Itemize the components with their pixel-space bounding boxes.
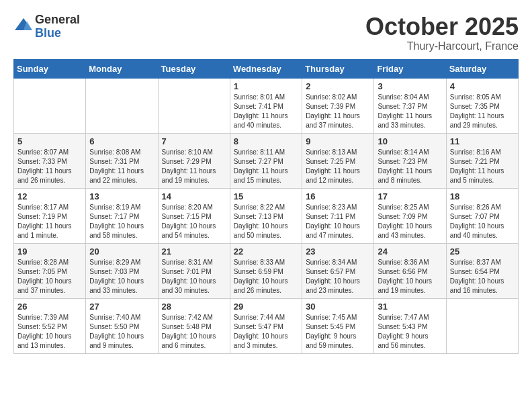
day-number: 18	[450, 191, 515, 201]
day-info: Sunrise: 7:39 AM Sunset: 5:52 PM Dayligh…	[17, 313, 82, 351]
day-number: 26	[17, 302, 82, 312]
calendar-table: SundayMondayTuesdayWednesdayThursdayFrid…	[13, 59, 519, 354]
day-number: 10	[378, 136, 442, 146]
calendar-day-cell: 24Sunrise: 8:36 AM Sunset: 6:56 PM Dayli…	[374, 243, 446, 298]
day-info: Sunrise: 7:40 AM Sunset: 5:50 PM Dayligh…	[89, 313, 154, 351]
calendar-day-cell: 20Sunrise: 8:29 AM Sunset: 7:03 PM Dayli…	[86, 243, 158, 298]
column-header-monday: Monday	[86, 59, 158, 78]
day-info: Sunrise: 8:29 AM Sunset: 7:03 PM Dayligh…	[89, 258, 154, 295]
day-info: Sunrise: 8:36 AM Sunset: 6:56 PM Dayligh…	[378, 258, 442, 295]
calendar-day-cell: 15Sunrise: 8:22 AM Sunset: 7:13 PM Dayli…	[230, 188, 302, 243]
day-info: Sunrise: 8:28 AM Sunset: 7:05 PM Dayligh…	[17, 258, 82, 295]
day-number: 13	[89, 191, 154, 201]
day-number: 23	[306, 246, 370, 257]
calendar-day-cell: 19Sunrise: 8:28 AM Sunset: 7:05 PM Dayli…	[14, 243, 86, 298]
title-block: October 2025 Thury-Harcourt, France	[365, 13, 519, 52]
calendar-day-cell: 16Sunrise: 8:23 AM Sunset: 7:11 PM Dayli…	[302, 188, 374, 243]
day-number: 29	[234, 302, 298, 312]
page-header: General Blue October 2025 Thury-Harcourt…	[13, 13, 519, 52]
day-number: 8	[234, 136, 298, 146]
day-info: Sunrise: 7:42 AM Sunset: 5:48 PM Dayligh…	[162, 313, 226, 351]
day-info: Sunrise: 8:37 AM Sunset: 6:54 PM Dayligh…	[450, 258, 515, 295]
location-title: Thury-Harcourt, France	[365, 40, 519, 52]
day-info: Sunrise: 8:10 AM Sunset: 7:29 PM Dayligh…	[162, 148, 226, 185]
calendar-day-cell: 14Sunrise: 8:20 AM Sunset: 7:15 PM Dayli…	[158, 188, 230, 243]
calendar-day-cell: 25Sunrise: 8:37 AM Sunset: 6:54 PM Dayli…	[446, 243, 518, 298]
day-info: Sunrise: 8:14 AM Sunset: 7:23 PM Dayligh…	[378, 148, 442, 185]
day-info: Sunrise: 8:34 AM Sunset: 6:57 PM Dayligh…	[306, 258, 370, 295]
day-number: 20	[89, 246, 154, 257]
day-info: Sunrise: 8:23 AM Sunset: 7:11 PM Dayligh…	[306, 203, 370, 240]
day-info: Sunrise: 7:44 AM Sunset: 5:47 PM Dayligh…	[234, 313, 298, 351]
day-info: Sunrise: 8:20 AM Sunset: 7:15 PM Dayligh…	[162, 203, 226, 240]
day-number: 16	[306, 191, 370, 201]
calendar-day-cell: 1Sunrise: 8:01 AM Sunset: 7:41 PM Daylig…	[230, 78, 302, 133]
day-number: 21	[162, 246, 226, 257]
day-number: 27	[89, 302, 154, 312]
day-info: Sunrise: 8:31 AM Sunset: 7:01 PM Dayligh…	[162, 258, 226, 295]
empty-cell	[158, 78, 230, 133]
logo-blue: Blue	[35, 27, 80, 40]
day-info: Sunrise: 8:01 AM Sunset: 7:41 PM Dayligh…	[234, 93, 298, 130]
day-number: 7	[162, 136, 226, 146]
calendar-day-cell: 11Sunrise: 8:16 AM Sunset: 7:21 PM Dayli…	[446, 133, 518, 188]
column-header-saturday: Saturday	[446, 59, 518, 78]
day-number: 22	[234, 246, 298, 257]
day-info: Sunrise: 7:47 AM Sunset: 5:43 PM Dayligh…	[378, 313, 442, 351]
day-number: 9	[306, 136, 370, 146]
calendar-day-cell: 31Sunrise: 7:47 AM Sunset: 5:43 PM Dayli…	[374, 298, 446, 353]
day-number: 5	[17, 136, 82, 146]
calendar-day-cell: 23Sunrise: 8:34 AM Sunset: 6:57 PM Dayli…	[302, 243, 374, 298]
day-info: Sunrise: 8:16 AM Sunset: 7:21 PM Dayligh…	[450, 148, 515, 185]
day-info: Sunrise: 8:07 AM Sunset: 7:33 PM Dayligh…	[17, 148, 82, 185]
day-info: Sunrise: 8:08 AM Sunset: 7:31 PM Dayligh…	[89, 148, 154, 185]
day-info: Sunrise: 7:45 AM Sunset: 5:45 PM Dayligh…	[306, 313, 370, 351]
logo: General Blue	[13, 13, 80, 40]
calendar-day-cell: 9Sunrise: 8:13 AM Sunset: 7:25 PM Daylig…	[302, 133, 374, 188]
day-number: 15	[234, 191, 298, 201]
calendar-day-cell: 21Sunrise: 8:31 AM Sunset: 7:01 PM Dayli…	[158, 243, 230, 298]
calendar-day-cell: 10Sunrise: 8:14 AM Sunset: 7:23 PM Dayli…	[374, 133, 446, 188]
calendar-day-cell: 5Sunrise: 8:07 AM Sunset: 7:33 PM Daylig…	[14, 133, 86, 188]
day-info: Sunrise: 8:25 AM Sunset: 7:09 PM Dayligh…	[378, 203, 442, 240]
calendar-week-row: 26Sunrise: 7:39 AM Sunset: 5:52 PM Dayli…	[14, 298, 519, 353]
calendar-week-row: 5Sunrise: 8:07 AM Sunset: 7:33 PM Daylig…	[14, 133, 519, 188]
day-info: Sunrise: 8:22 AM Sunset: 7:13 PM Dayligh…	[234, 203, 298, 240]
day-info: Sunrise: 8:02 AM Sunset: 7:39 PM Dayligh…	[306, 93, 370, 130]
calendar-day-cell: 27Sunrise: 7:40 AM Sunset: 5:50 PM Dayli…	[86, 298, 158, 353]
column-header-wednesday: Wednesday	[230, 59, 302, 78]
month-title: October 2025	[365, 13, 519, 40]
day-number: 19	[17, 246, 82, 257]
day-number: 1	[234, 81, 298, 91]
day-number: 17	[378, 191, 442, 201]
calendar-day-cell: 17Sunrise: 8:25 AM Sunset: 7:09 PM Dayli…	[374, 188, 446, 243]
day-info: Sunrise: 8:11 AM Sunset: 7:27 PM Dayligh…	[234, 148, 298, 185]
day-info: Sunrise: 8:04 AM Sunset: 7:37 PM Dayligh…	[378, 93, 442, 130]
day-info: Sunrise: 8:33 AM Sunset: 6:59 PM Dayligh…	[234, 258, 298, 295]
calendar-week-row: 19Sunrise: 8:28 AM Sunset: 7:05 PM Dayli…	[14, 243, 519, 298]
day-number: 31	[378, 302, 442, 312]
calendar-week-row: 12Sunrise: 8:17 AM Sunset: 7:19 PM Dayli…	[14, 188, 519, 243]
calendar-day-cell: 22Sunrise: 8:33 AM Sunset: 6:59 PM Dayli…	[230, 243, 302, 298]
calendar-day-cell: 7Sunrise: 8:10 AM Sunset: 7:29 PM Daylig…	[158, 133, 230, 188]
calendar-day-cell: 28Sunrise: 7:42 AM Sunset: 5:48 PM Dayli…	[158, 298, 230, 353]
empty-cell	[446, 298, 518, 353]
calendar-day-cell: 18Sunrise: 8:26 AM Sunset: 7:07 PM Dayli…	[446, 188, 518, 243]
day-info: Sunrise: 8:13 AM Sunset: 7:25 PM Dayligh…	[306, 148, 370, 185]
day-number: 11	[450, 136, 515, 146]
logo-icon	[13, 17, 34, 37]
column-header-sunday: Sunday	[14, 59, 86, 78]
empty-cell	[86, 78, 158, 133]
logo-general: General	[35, 13, 80, 27]
day-number: 25	[450, 246, 515, 257]
day-number: 6	[89, 136, 154, 146]
calendar-day-cell: 4Sunrise: 8:05 AM Sunset: 7:35 PM Daylig…	[446, 78, 518, 133]
calendar-day-cell: 29Sunrise: 7:44 AM Sunset: 5:47 PM Dayli…	[230, 298, 302, 353]
day-number: 3	[378, 81, 442, 91]
calendar-day-cell: 8Sunrise: 8:11 AM Sunset: 7:27 PM Daylig…	[230, 133, 302, 188]
day-number: 30	[306, 302, 370, 312]
calendar-day-cell: 6Sunrise: 8:08 AM Sunset: 7:31 PM Daylig…	[86, 133, 158, 188]
day-info: Sunrise: 8:17 AM Sunset: 7:19 PM Dayligh…	[17, 203, 82, 240]
calendar-day-cell: 12Sunrise: 8:17 AM Sunset: 7:19 PM Dayli…	[14, 188, 86, 243]
calendar-day-cell: 2Sunrise: 8:02 AM Sunset: 7:39 PM Daylig…	[302, 78, 374, 133]
